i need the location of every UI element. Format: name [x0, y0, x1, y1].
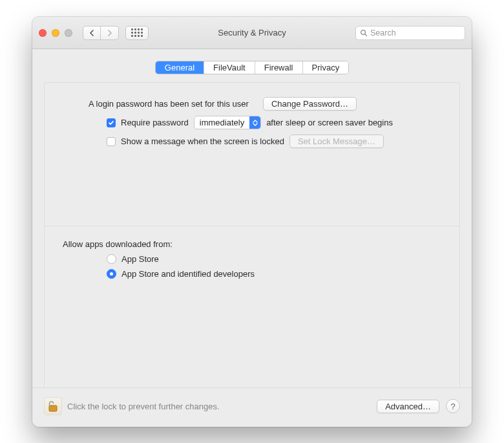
window-controls [39, 29, 72, 37]
content: General FileVault Firewall Privacy A log… [32, 49, 472, 387]
tab-firewall[interactable]: Firewall [255, 61, 303, 74]
show-message-label: Show a message when the screen is locked [121, 136, 284, 146]
footer: Click the lock to prevent further change… [32, 387, 472, 427]
search-icon [360, 29, 368, 37]
password-delay-value: immediately [194, 116, 249, 129]
nav-buttons [83, 26, 119, 40]
zoom-window-button [65, 29, 72, 37]
grid-icon [131, 28, 143, 37]
radio-app-store-label: App Store [121, 254, 159, 264]
close-window-button[interactable] [39, 29, 47, 37]
tab-privacy[interactable]: Privacy [303, 61, 349, 74]
svg-line-1 [365, 34, 367, 36]
tab-filevault[interactable]: FileVault [204, 61, 255, 74]
downloads-heading: Allow apps downloaded from: [63, 239, 173, 249]
require-password-label: Require password [121, 118, 189, 127]
password-delay-select[interactable]: immediately [194, 116, 261, 129]
login-password-text: A login password has been set for this u… [89, 99, 249, 109]
show-message-checkbox[interactable] [107, 137, 116, 146]
panel-divider [45, 226, 459, 226]
unlocked-lock-icon [47, 400, 59, 413]
lock-button[interactable] [44, 397, 62, 415]
search-placeholder: Search [370, 28, 396, 38]
help-button[interactable]: ? [446, 399, 460, 413]
show-all-button[interactable] [125, 26, 149, 40]
select-arrows-icon [249, 116, 260, 129]
forward-button [101, 26, 119, 40]
require-password-checkbox[interactable] [107, 118, 116, 127]
svg-rect-2 [49, 405, 57, 411]
radio-app-store[interactable] [107, 254, 116, 264]
radio-identified-developers[interactable] [107, 269, 116, 279]
after-sleep-text: after sleep or screen saver begins [266, 118, 393, 127]
radio-identified-developers-label: App Store and identified developers [121, 269, 255, 279]
tab-general[interactable]: General [156, 61, 204, 74]
titlebar: Security & Privacy Search [32, 17, 472, 49]
tab-bar-wrap: General FileVault Firewall Privacy [44, 61, 460, 74]
tab-bar: General FileVault Firewall Privacy [155, 61, 349, 74]
general-panel: A login password has been set for this u… [44, 82, 460, 387]
back-button[interactable] [83, 26, 101, 40]
change-password-button[interactable]: Change Password… [263, 97, 357, 111]
set-lock-message-button: Set Lock Message… [289, 135, 384, 148]
advanced-button[interactable]: Advanced… [377, 400, 439, 413]
search-field[interactable]: Search [355, 26, 465, 40]
minimize-window-button[interactable] [52, 29, 59, 37]
preferences-window: Security & Privacy Search General FileVa… [32, 17, 472, 427]
lock-help-text: Click the lock to prevent further change… [67, 402, 220, 411]
